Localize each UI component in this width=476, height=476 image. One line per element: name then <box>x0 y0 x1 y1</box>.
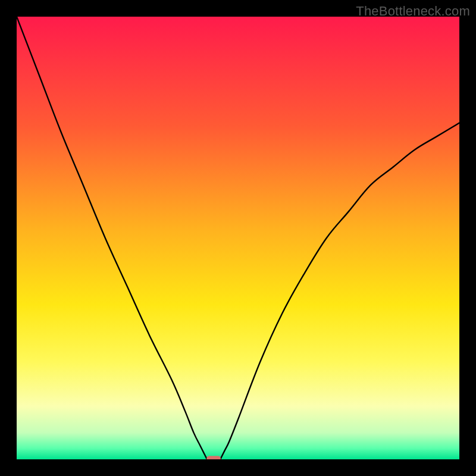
watermark-text: TheBottleneck.com <box>356 4 470 19</box>
gradient-background <box>17 17 459 459</box>
min-marker <box>206 456 221 459</box>
plot-area <box>17 17 459 459</box>
chart-frame: TheBottleneck.com <box>0 0 476 476</box>
chart-svg <box>17 17 459 459</box>
